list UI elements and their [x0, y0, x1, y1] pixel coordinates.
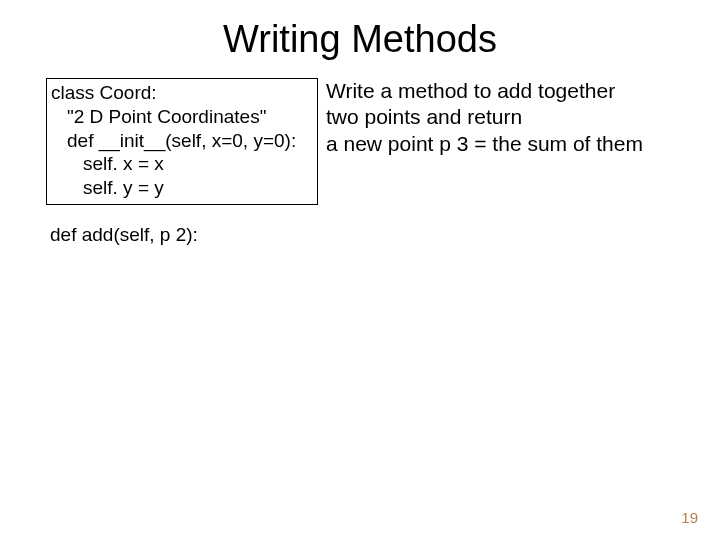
instructions-line: Write a method to add together — [326, 78, 696, 104]
instructions-line: a new point p 3 = the sum of them — [326, 131, 696, 157]
instructions-text: Write a method to add together two point… — [326, 78, 696, 157]
method-definition: def add(self, p 2): — [50, 224, 198, 246]
code-box: class Coord: "2 D Point Coordinates" def… — [46, 78, 318, 205]
code-line: self. y = y — [51, 176, 313, 200]
code-line: "2 D Point Coordinates" — [51, 105, 313, 129]
code-line: self. x = x — [51, 152, 313, 176]
slide-title: Writing Methods — [0, 18, 720, 61]
page-number: 19 — [681, 509, 698, 526]
code-line: class Coord: — [51, 81, 313, 105]
code-line: def __init__(self, x=0, y=0): — [51, 129, 313, 153]
instructions-line: two points and return — [326, 104, 696, 130]
